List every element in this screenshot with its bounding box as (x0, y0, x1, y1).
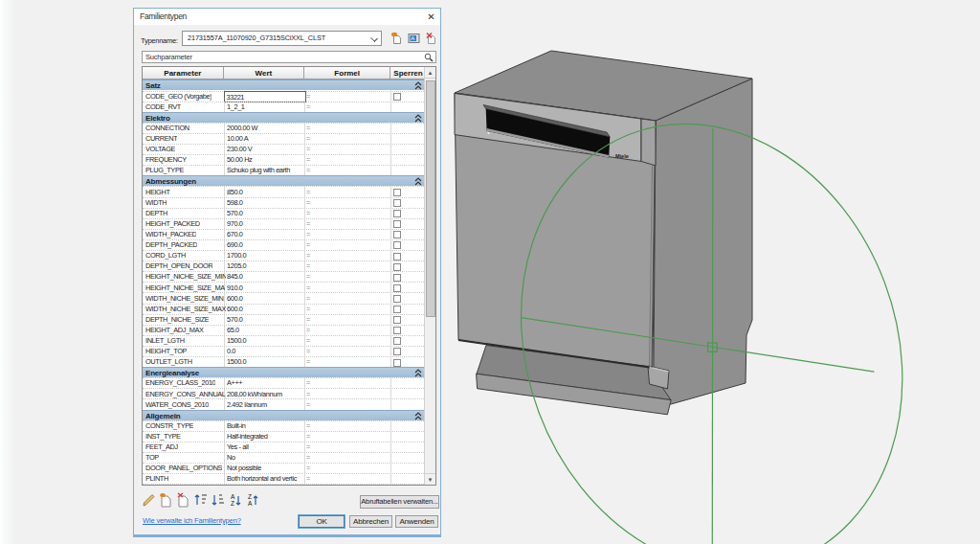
svg-text:Z: Z (231, 500, 234, 507)
svg-text:Z: Z (248, 493, 252, 500)
svg-text:A: A (411, 35, 414, 41)
svg-text:Miele: Miele (615, 153, 629, 159)
svg-text:A: A (248, 500, 253, 507)
svg-text:A: A (231, 493, 235, 500)
